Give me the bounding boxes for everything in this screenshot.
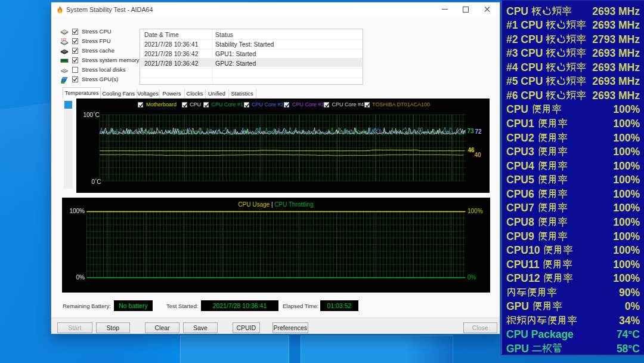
svg-text:123: 123 — [61, 38, 66, 41]
